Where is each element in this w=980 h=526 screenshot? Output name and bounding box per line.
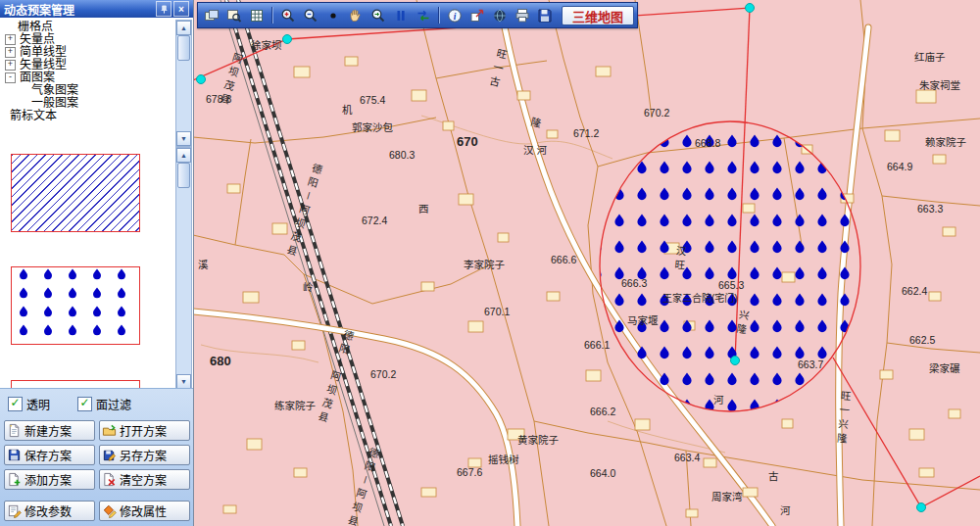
- save-plan-button[interactable]: 保存方案: [4, 445, 95, 465]
- grid-button[interactable]: [246, 5, 268, 25]
- checkbox-label: 面过滤: [96, 396, 131, 412]
- globe-icon: [492, 8, 508, 24]
- svg-text:i: i: [454, 11, 457, 21]
- print-button[interactable]: [512, 5, 533, 25]
- vertex-handle[interactable]: [917, 503, 926, 512]
- swap-layers-button[interactable]: [413, 5, 434, 25]
- tree-item[interactable]: 气象图案: [2, 84, 176, 97]
- button-label: 修改参数: [24, 502, 72, 519]
- scroll-down-arrow[interactable]: ▼: [176, 374, 191, 389]
- export-button[interactable]: [466, 5, 488, 25]
- button-label: 另存方案: [120, 447, 167, 463]
- drop-pattern-swatch: [12, 267, 137, 342]
- button-label: 清空方案: [120, 471, 167, 488]
- zoom-previous-button[interactable]: [368, 5, 389, 25]
- print-icon: [514, 8, 530, 24]
- drop-pattern-preview[interactable]: [11, 266, 140, 345]
- info-icon: i: [447, 8, 463, 24]
- clear-plan-icon: [102, 472, 117, 487]
- expand-icon[interactable]: +: [5, 47, 16, 58]
- button-label: 新建方案: [24, 422, 72, 439]
- tree-item-label: 箭标文本: [10, 110, 57, 122]
- edit-props-button[interactable]: 修改属性: [99, 501, 190, 521]
- button-label: 打开方案: [120, 422, 167, 439]
- vertex-handle[interactable]: [731, 357, 740, 365]
- preview-scrollbar[interactable]: ▲ ▼: [175, 147, 192, 390]
- open-plan-button[interactable]: 打开方案: [99, 420, 190, 441]
- map-toolbar: i 三维地图: [197, 2, 638, 28]
- checkbox-box[interactable]: ✓: [8, 397, 23, 411]
- tree-item[interactable]: 箭标文本: [2, 110, 176, 122]
- button-label: 修改属性: [120, 502, 167, 519]
- edit-props-icon: [102, 503, 117, 518]
- checkbox-label: 透明: [26, 396, 50, 412]
- vertex-handle[interactable]: [746, 4, 755, 13]
- pin-icon[interactable]: [156, 1, 172, 17]
- scroll-up-arrow[interactable]: ▲: [176, 148, 191, 163]
- scroll-thumb[interactable]: [177, 35, 190, 61]
- center-dot-icon: [325, 8, 341, 24]
- grid-icon: [249, 8, 265, 24]
- map-area[interactable]: [193, 0, 980, 526]
- tree-item[interactable]: -面图案: [2, 72, 176, 84]
- open-map-button[interactable]: [201, 5, 222, 25]
- save-plan-icon: [7, 448, 22, 462]
- scroll-down-arrow[interactable]: ▼: [176, 131, 191, 146]
- edit-params-button[interactable]: 修改参数: [4, 501, 95, 521]
- scroll-up-arrow[interactable]: ▲: [176, 21, 191, 35]
- saveas-plan-button[interactable]: 另存方案: [99, 445, 190, 465]
- map-3d-button[interactable]: 三维地图: [562, 6, 634, 25]
- saveas-plan-icon: [102, 448, 117, 462]
- save-map-button[interactable]: [534, 5, 556, 25]
- view-map-icon: [226, 8, 242, 24]
- add-plan-button[interactable]: 添加方案: [4, 469, 95, 490]
- pattern-fill-region[interactable]: [600, 121, 860, 411]
- collapse-icon[interactable]: -: [5, 72, 16, 83]
- zoom-out-button[interactable]: [300, 5, 321, 25]
- area-filter-checkbox[interactable]: ✓面过滤: [77, 396, 131, 412]
- tree-scrollbar[interactable]: ▲ ▼: [175, 20, 192, 147]
- zoom-prev-icon: [370, 8, 386, 24]
- hatch-pattern-preview[interactable]: [11, 154, 140, 232]
- info-button[interactable]: i: [444, 5, 466, 25]
- zoom-in-icon: [280, 8, 296, 24]
- expand-icon[interactable]: +: [5, 34, 16, 45]
- pause-button[interactable]: [390, 5, 412, 25]
- save-icon: [537, 8, 553, 24]
- close-icon[interactable]: ×: [173, 1, 189, 17]
- web-map-button[interactable]: [489, 5, 511, 25]
- edit-params-icon: [7, 503, 22, 518]
- scroll-thumb[interactable]: [177, 163, 190, 188]
- panel-title: 动态预案管理: [4, 1, 74, 18]
- open-map-icon: [204, 8, 220, 24]
- button-label: 添加方案: [24, 471, 72, 488]
- vertex-handle[interactable]: [283, 35, 292, 44]
- map-canvas: [193, 0, 980, 526]
- vertex-handle[interactable]: [197, 75, 206, 84]
- plan-controls: ✓透明✓面过滤 新建方案打开方案保存方案另存方案添加方案清空方案修改参数修改属性: [0, 388, 193, 526]
- plan-button-grid: 新建方案打开方案保存方案另存方案添加方案清空方案修改参数修改属性: [0, 412, 193, 521]
- zoom-in-button[interactable]: [277, 5, 299, 25]
- toolbar-separator: [438, 7, 440, 24]
- clear-plan-button[interactable]: 清空方案: [99, 469, 190, 490]
- toolbar-icons: i: [201, 5, 556, 25]
- button-label: 保存方案: [24, 447, 72, 463]
- new-plan-button[interactable]: 新建方案: [4, 420, 95, 441]
- pattern-tree: 栅格点+矢量点+简单线型+矢量线型-面图案气象图案一般图案箭标文本: [2, 21, 176, 144]
- toolbar-separator: [271, 7, 273, 24]
- transparent-checkbox[interactable]: ✓透明: [8, 396, 50, 412]
- add-plan-icon: [7, 472, 22, 487]
- swap-icon: [416, 8, 431, 24]
- pin-icon: [160, 5, 169, 14]
- plan-manager-panel: 动态预案管理 × 栅格点+矢量点+简单线型+矢量线型-面图案气象图案一般图案箭标…: [0, 0, 194, 526]
- pan-hand-icon: [348, 8, 364, 24]
- export-icon: [469, 8, 485, 24]
- pan-button[interactable]: [345, 5, 367, 25]
- center-point-button[interactable]: [322, 5, 344, 25]
- checkbox-box[interactable]: ✓: [77, 397, 92, 411]
- open-plan-icon: [102, 423, 117, 438]
- panel-title-bar[interactable]: 动态预案管理 ×: [0, 0, 193, 18]
- view-map-button[interactable]: [223, 5, 245, 25]
- checkbox-row: ✓透明✓面过滤: [0, 389, 193, 412]
- expand-icon[interactable]: +: [5, 60, 16, 71]
